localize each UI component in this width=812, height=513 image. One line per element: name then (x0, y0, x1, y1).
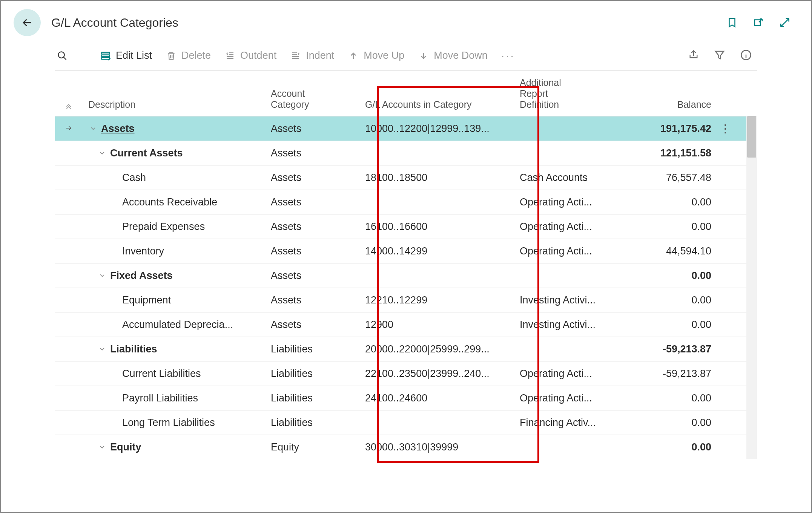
chevron-down-icon[interactable] (88, 125, 98, 132)
delete-label: Delete (181, 50, 211, 61)
svg-point-0 (58, 52, 64, 58)
table-row[interactable]: CashAssets18100..18500Cash Accounts76,55… (55, 165, 746, 190)
scrollbar-thumb[interactable] (747, 116, 756, 158)
row-description: Fixed Assets (110, 270, 173, 282)
delete-button[interactable]: Delete (164, 47, 212, 64)
move-up-button[interactable]: Move Up (346, 47, 406, 64)
row-description: Liabilities (110, 343, 157, 355)
row-balance: 0.00 (618, 270, 716, 282)
page-title: G/L Account Categories (51, 16, 725, 30)
row-description: Cash (122, 172, 146, 184)
table-row[interactable]: Long Term LiabilitiesLiabilitiesFinancin… (55, 410, 746, 435)
row-additional: Operating Acti... (520, 196, 618, 208)
row-indicator-icon (64, 123, 74, 135)
row-more-button[interactable]: ⋮ (716, 125, 735, 132)
expand-button[interactable] (778, 16, 792, 29)
row-gl-accounts: 30000..30310|39999 (365, 441, 520, 453)
row-additional: Operating Acti... (520, 221, 618, 233)
chevron-down-icon[interactable] (97, 272, 107, 279)
row-category: Assets (271, 294, 365, 306)
table-row[interactable]: Current LiabilitiesLiabilities22100..235… (55, 361, 746, 386)
indent-button[interactable]: Indent (289, 47, 336, 64)
col-gl-accounts[interactable]: G/L Accounts in Category (365, 99, 520, 110)
row-category: Assets (271, 245, 365, 257)
action-bar: Edit List Delete Outdent Indent (55, 41, 757, 71)
search-button[interactable] (55, 48, 69, 64)
row-balance: 0.00 (618, 196, 716, 208)
row-description: Prepaid Expenses (122, 221, 205, 233)
svg-rect-1 (102, 52, 110, 54)
chevron-down-icon[interactable] (97, 443, 107, 451)
grid-container: Description Account Category G/L Account… (55, 71, 757, 459)
indent-label: Indent (306, 50, 334, 61)
back-button[interactable] (14, 9, 41, 36)
row-balance: -59,213.87 (618, 343, 716, 355)
divider (84, 47, 84, 64)
chevron-down-icon[interactable] (97, 345, 107, 353)
popout-button[interactable] (752, 16, 765, 29)
delete-icon (166, 50, 177, 61)
row-description: Current Assets (110, 147, 183, 159)
title-bar: G/L Account Categories (6, 5, 806, 41)
move-down-button[interactable]: Move Down (416, 47, 489, 64)
col-balance[interactable]: Balance (618, 99, 716, 110)
row-balance: 0.00 (618, 441, 716, 453)
edit-list-label: Edit List (116, 50, 152, 61)
table-row[interactable]: LiabilitiesLiabilities20000..22000|25999… (55, 337, 746, 361)
row-category: Equity (271, 441, 365, 453)
collapse-all-button[interactable] (55, 102, 82, 110)
edit-list-icon (100, 50, 111, 61)
table-row[interactable]: EquityEquity30000..30310|399990.00 (55, 435, 746, 459)
arrow-left-icon (21, 16, 34, 29)
chevrons-up-icon (64, 102, 73, 110)
row-additional: Investing Activi... (520, 319, 618, 331)
row-additional: Financing Activ... (520, 417, 618, 429)
popout-icon (752, 17, 765, 28)
share-button[interactable] (688, 49, 700, 62)
row-balance: 121,151.58 (618, 147, 716, 159)
row-additional: Operating Acti... (520, 245, 618, 257)
bookmark-button[interactable] (725, 16, 739, 29)
svg-rect-3 (102, 57, 110, 59)
filter-button[interactable] (714, 49, 727, 62)
row-category: Assets (271, 319, 365, 331)
row-additional: Operating Acti... (520, 392, 618, 404)
table-row[interactable]: Accumulated Deprecia...Assets12900Invest… (55, 312, 746, 337)
col-description[interactable]: Description (82, 99, 271, 110)
row-description: Accumulated Deprecia... (122, 319, 233, 331)
row-gl-accounts: 18100..18500 (365, 172, 520, 184)
row-description: Payroll Liabilities (122, 392, 198, 404)
row-gl-accounts: 22100..23500|23999..240... (365, 368, 520, 380)
table-row[interactable]: Current AssetsAssets121,151.58 (55, 141, 746, 165)
more-actions-button[interactable]: ··· (500, 47, 517, 64)
row-category: Liabilities (271, 392, 365, 404)
table-row[interactable]: Prepaid ExpensesAssets16100..16600Operat… (55, 214, 746, 239)
edit-list-button[interactable]: Edit List (98, 47, 153, 64)
row-description[interactable]: Assets (101, 123, 135, 135)
row-category: Assets (271, 147, 365, 159)
row-description: Inventory (122, 245, 164, 257)
chevron-down-icon[interactable] (97, 149, 107, 157)
info-button[interactable] (740, 49, 753, 62)
row-balance: 0.00 (618, 294, 716, 306)
table-row[interactable]: InventoryAssets14000..14299Operating Act… (55, 239, 746, 263)
row-additional: Cash Accounts (520, 172, 618, 184)
col-account-category[interactable]: Account Category (271, 88, 365, 110)
table-row[interactable]: Payroll LiabilitiesLiabilities24100..246… (55, 386, 746, 410)
row-category: Assets (271, 270, 365, 282)
row-category: Liabilities (271, 343, 365, 355)
table-row[interactable]: Accounts ReceivableAssetsOperating Acti.… (55, 190, 746, 214)
row-balance: 0.00 (618, 417, 716, 429)
row-balance: 0.00 (618, 392, 716, 404)
table-row[interactable]: AssetsAssets10000..12200|12999..139...19… (55, 116, 746, 141)
info-icon (740, 49, 752, 61)
outdent-button[interactable]: Outdent (223, 47, 278, 64)
bookmark-icon (726, 16, 738, 29)
table-row[interactable]: EquipmentAssets12210..12299Investing Act… (55, 288, 746, 312)
arrow-down-icon (418, 50, 429, 61)
vertical-scrollbar[interactable] (746, 116, 757, 459)
title-actions (725, 16, 798, 29)
col-additional[interactable]: Additional Report Definition (520, 77, 618, 110)
table-row[interactable]: Fixed AssetsAssets0.00 (55, 263, 746, 288)
data-grid: Description Account Category G/L Account… (55, 71, 746, 459)
